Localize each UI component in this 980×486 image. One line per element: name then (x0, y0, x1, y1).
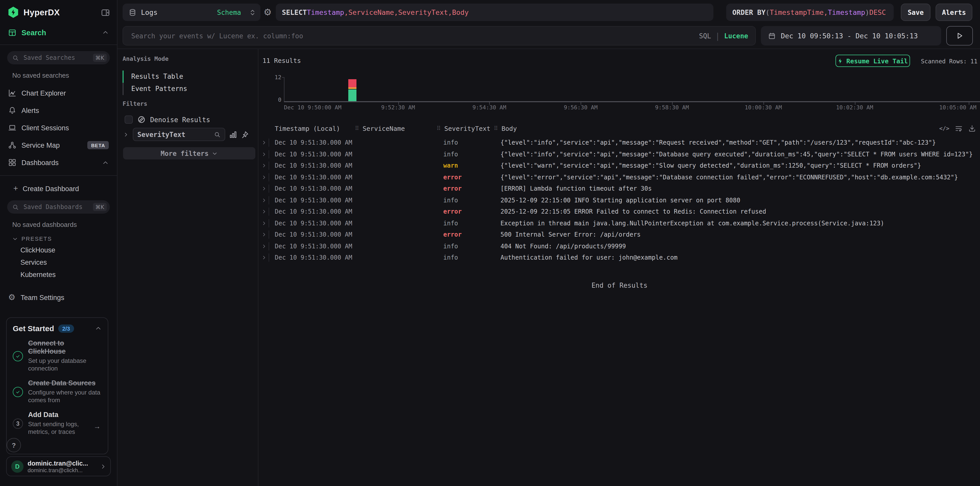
bar-chart-icon[interactable] (229, 131, 237, 138)
get-started-step[interactable]: Create Data Sources Configure where your… (13, 379, 102, 404)
event-search-bar[interactable]: SQL | Lucene (123, 26, 756, 46)
table-row[interactable]: Dec 10 9:51:30.000 AM info Authenticatio… (259, 252, 980, 263)
expand-row-chevron-icon[interactable] (261, 220, 267, 226)
column-header-timestamp[interactable]: Timestamp (Local) (275, 125, 340, 132)
saved-dashboards-input[interactable] (22, 203, 89, 211)
table-row[interactable]: Dec 10 9:51:30.000 AM error 500 Internal… (259, 229, 980, 241)
user-profile[interactable]: D dominic.tran@clic... dominic.tran@clic… (6, 456, 111, 476)
mode-sql[interactable]: SQL (699, 32, 711, 40)
sidebar-item-label: Service Map (21, 141, 60, 149)
table-row[interactable]: Dec 10 9:51:30.000 AM info {"level":"inf… (259, 148, 980, 160)
saved-searches-input[interactable] (22, 54, 89, 62)
run-query-button[interactable] (946, 26, 973, 46)
pin-icon[interactable] (241, 131, 249, 138)
source-settings-gear-icon[interactable]: ⚙ (264, 5, 272, 20)
table-row[interactable]: Dec 10 9:51:30.000 AM info 2025-12-09 22… (259, 194, 980, 206)
chart-explorer-icon (8, 89, 16, 97)
preset-item[interactable]: ClickHouse (7, 244, 110, 256)
resume-live-tail-button[interactable]: Resume Live Tail (835, 55, 910, 67)
wrap-lines-icon[interactable] (955, 125, 963, 132)
sidebar-item-dashboards[interactable]: Dashboards (7, 154, 110, 171)
sidebar-item-chart-explorer[interactable]: Chart Explorer (7, 84, 110, 102)
sidebar-item-client-sessions[interactable]: Client Sessions (7, 119, 110, 137)
drag-grip-icon[interactable]: ⠿ (355, 125, 359, 132)
expand-row-chevron-icon[interactable] (261, 175, 267, 180)
get-started-step[interactable]: 3 Add Data Start sending logs, metrics, … (13, 411, 102, 436)
sidebar-item-service-map[interactable]: Service Map BETA (7, 137, 110, 154)
chevron-right-icon[interactable] (123, 132, 129, 137)
row-severity: info (443, 139, 458, 146)
expand-row-chevron-icon[interactable] (261, 198, 267, 202)
tab-results-table[interactable]: Results Table (123, 70, 253, 83)
preset-item[interactable]: Kubernetes (7, 268, 110, 280)
sidebar-item-team-settings[interactable]: ⚙ Team Settings (0, 289, 117, 306)
sidebar-item-alerts[interactable]: Alerts (7, 102, 110, 119)
table-row[interactable]: Dec 10 9:51:30.000 AM info {"level":"inf… (259, 137, 980, 148)
presets-header[interactable]: PRESETS (12, 236, 110, 242)
saved-dashboards-pill[interactable]: ⌘K (7, 200, 110, 214)
table-row[interactable]: Dec 10 9:51:30.000 AM error [ERROR] Lamb… (259, 183, 980, 194)
search-section: ⌘K No saved searches Chart Explorer Aler… (0, 45, 117, 171)
bar-segment-warn[interactable] (348, 87, 356, 89)
search-icon[interactable] (214, 131, 221, 138)
event-search-input[interactable] (130, 32, 699, 40)
row-timestamp: Dec 10 9:51:30.000 AM (275, 196, 352, 204)
date-range-picker[interactable]: Dec 10 09:50:13 - Dec 10 10:05:13 (761, 26, 941, 46)
expand-row-chevron-icon[interactable] (261, 186, 267, 191)
order-by-editor[interactable]: ORDER BY (TimestampTime, Timestamp) DESC (726, 3, 894, 21)
save-button[interactable]: Save (901, 3, 931, 21)
chevron-up-icon[interactable] (95, 325, 102, 331)
bell-icon (8, 106, 16, 115)
expand-row-chevron-icon[interactable] (261, 163, 267, 168)
table-row[interactable]: Dec 10 9:51:30.000 AM error 2025-12-09 2… (259, 206, 980, 217)
main-area: Logs Schema ⚙ SELECT Timestamp,ServiceNa… (118, 0, 980, 486)
table-row[interactable]: Dec 10 9:51:30.000 AM info 404 Not Found… (259, 241, 980, 252)
severity-filter-field[interactable]: SeverityText (133, 128, 225, 141)
sidebar-item-search[interactable]: Search (0, 27, 117, 45)
column-header-servicename[interactable]: ServiceName (363, 125, 405, 132)
saved-searches-pill[interactable]: ⌘K (7, 51, 110, 64)
denoise-checkbox[interactable] (125, 115, 133, 124)
column-header-severitytext[interactable]: SeverityText (444, 125, 490, 132)
drag-grip-icon[interactable]: ⠿ (437, 125, 441, 132)
preset-label: Services (21, 258, 47, 266)
table-row[interactable]: Dec 10 9:51:30.000 AM warn {"level":"war… (259, 160, 980, 172)
code-view-icon[interactable]: </> (939, 125, 949, 132)
get-started-header[interactable]: Get Started 2/3 (13, 324, 102, 333)
chevron-right-icon (100, 463, 106, 469)
preset-item[interactable]: Services (7, 256, 110, 268)
column-header-body[interactable]: Body (501, 125, 517, 132)
expand-row-chevron-icon[interactable] (261, 151, 267, 157)
expand-row-chevron-icon[interactable] (261, 140, 267, 145)
bar-segment-info[interactable] (348, 89, 356, 101)
collapse-sidebar-icon[interactable] (101, 8, 110, 17)
expand-row-chevron-icon[interactable] (261, 255, 267, 260)
expand-row-chevron-icon[interactable] (261, 244, 267, 249)
create-dashboard-button[interactable]: + Create Dashboard (7, 180, 110, 197)
table-row[interactable]: Dec 10 9:51:30.000 AM info Exception in … (259, 217, 980, 229)
select-query-editor[interactable]: SELECT Timestamp,ServiceName,SeverityTex… (276, 3, 713, 21)
laptop-icon (8, 124, 16, 132)
chevron-up-icon[interactable] (102, 159, 109, 166)
paren: ( (765, 8, 770, 16)
drag-grip-icon[interactable]: ⠿ (494, 125, 498, 132)
more-filters-button[interactable]: More filters (123, 147, 255, 159)
y-tick-label: 12 (259, 75, 282, 80)
sql-column: Timestamp (307, 8, 344, 16)
get-started-step[interactable]: Connect to ClickHouse Set up your databa… (13, 339, 102, 373)
expand-row-chevron-icon[interactable] (261, 209, 267, 214)
mode-lucene[interactable]: Lucene (724, 32, 748, 40)
bar-segment-error[interactable] (348, 79, 356, 87)
sql-columns: ,ServiceName,SeverityText,Body (344, 8, 469, 16)
sidebar-item-label: Alerts (21, 107, 39, 114)
chevron-up-icon[interactable] (102, 29, 109, 36)
row-timestamp: Dec 10 9:51:30.000 AM (275, 231, 352, 238)
alerts-button[interactable]: Alerts (935, 3, 972, 21)
download-icon[interactable] (968, 125, 976, 132)
sidebar: HyperDX Search ⌘K No saved sea (0, 0, 118, 486)
tab-event-patterns[interactable]: Event Patterns (123, 83, 253, 95)
table-row[interactable]: Dec 10 9:51:30.000 AM error {"level":"er… (259, 172, 980, 183)
help-button[interactable]: ? (6, 438, 21, 452)
source-select[interactable]: Logs Schema (123, 3, 261, 21)
expand-row-chevron-icon[interactable] (261, 232, 267, 237)
